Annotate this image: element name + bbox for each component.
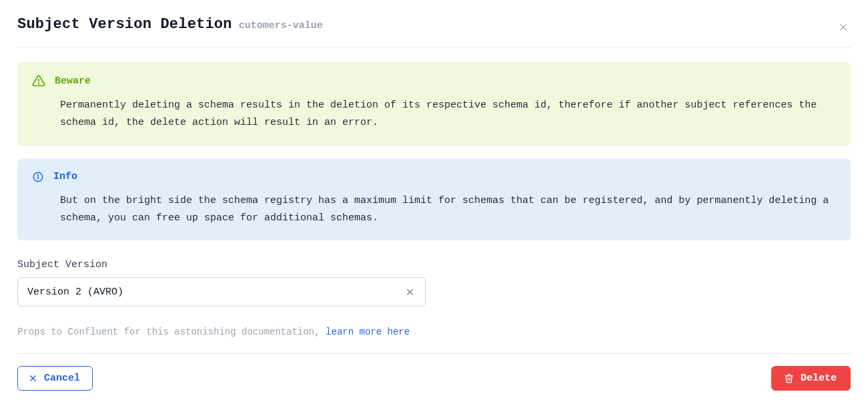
- svg-point-6: [38, 174, 39, 175]
- info-circle-icon: [32, 171, 44, 183]
- version-select[interactable]: Version 2 (AVRO): [17, 277, 426, 307]
- delete-button[interactable]: Delete: [771, 366, 851, 391]
- close-icon: [839, 23, 848, 32]
- info-title: Info: [53, 171, 77, 182]
- subject-name: cutomers-value: [239, 20, 323, 31]
- beware-body: Permanently deleting a schema results in…: [60, 97, 836, 132]
- close-icon: [406, 288, 414, 296]
- footnote: Props to Confluent for this astonishing …: [17, 327, 851, 337]
- beware-alert: Beware Permanently deleting a schema res…: [17, 62, 851, 146]
- modal-title: Subject Version Deletion: [17, 16, 232, 33]
- cancel-button[interactable]: Cancel: [17, 366, 93, 391]
- close-icon: [29, 374, 37, 383]
- footnote-text: Props to Confluent for this astonishing …: [17, 327, 326, 337]
- delete-label: Delete: [801, 373, 837, 383]
- svg-point-3: [39, 83, 39, 84]
- version-select-value: Version 2 (AVRO): [27, 286, 123, 298]
- beware-title: Beware: [55, 75, 91, 87]
- learn-more-link[interactable]: learn more here: [326, 327, 410, 337]
- close-button[interactable]: [836, 20, 851, 35]
- info-body: But on the bright side the schema regist…: [60, 192, 836, 228]
- info-alert: Info But on the bright side the schema r…: [17, 159, 851, 241]
- clear-selection-button[interactable]: [403, 285, 417, 299]
- version-field-label: Subject Version: [17, 259, 851, 270]
- modal: Subject Version Deletion cutomers-value …: [0, 0, 868, 403]
- title-wrap: Subject Version Deletion cutomers-value: [17, 16, 323, 33]
- trash-icon: [784, 373, 794, 383]
- cancel-label: Cancel: [44, 373, 80, 383]
- modal-footer: Cancel Delete: [17, 353, 851, 391]
- beware-head: Beware: [32, 74, 836, 87]
- modal-header: Subject Version Deletion cutomers-value: [17, 16, 851, 47]
- info-head: Info: [32, 171, 836, 183]
- warning-triangle-icon: [32, 74, 45, 87]
